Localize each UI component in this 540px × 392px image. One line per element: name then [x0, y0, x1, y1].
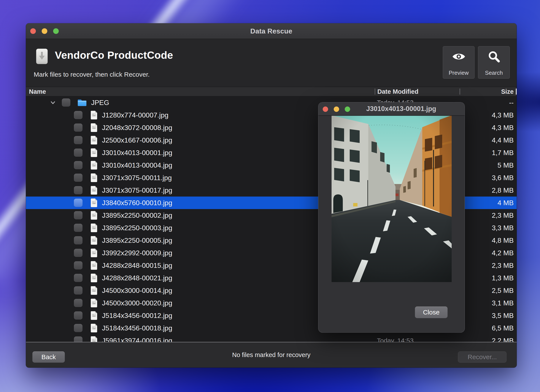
instruction-text: Mark files to recover, then click Recove…: [34, 71, 150, 78]
file-name: J4500x3000-00020.jpg: [102, 299, 172, 307]
image-file-icon: [90, 186, 98, 195]
image-file-icon: [90, 148, 98, 157]
back-button[interactable]: Back: [32, 351, 65, 363]
file-name: J3071x3075-00017.jpg: [102, 186, 172, 194]
file-checkbox[interactable]: [74, 186, 83, 194]
column-divider[interactable]: [516, 89, 517, 94]
file-checkbox[interactable]: [74, 224, 83, 232]
file-checkbox[interactable]: [74, 199, 83, 207]
page-title: VendorCo ProductCode: [55, 49, 173, 61]
file-name: J5184x3456-00018.jpg: [102, 324, 172, 332]
close-button[interactable]: Close: [415, 307, 448, 318]
file-size: 2,5 MB: [460, 287, 517, 295]
status-text: No files marked for recovery: [26, 342, 517, 367]
file-checkbox[interactable]: [74, 236, 83, 244]
file-checkbox[interactable]: [74, 174, 83, 182]
file-size: 4,4 MB: [460, 136, 517, 144]
column-header-size[interactable]: Size: [460, 88, 517, 95]
popup-title-bar[interactable]: J3010x4013-00001.jpg: [318, 102, 465, 116]
column-header-name[interactable]: Name: [26, 88, 375, 95]
file-size: 4,3 MB: [460, 111, 517, 119]
folder-icon: [77, 99, 87, 106]
file-size: 3,3 MB: [460, 224, 517, 232]
chevron-down-icon[interactable]: [50, 100, 56, 105]
folder-name: JPEG: [91, 99, 109, 107]
file-size: 6,5 MB: [460, 324, 517, 332]
image-file-icon: [90, 323, 98, 332]
footer-bar: No files marked for recovery Back Recove…: [26, 342, 517, 367]
table-row[interactable]: J5961x3974-00016.jpg Today, 14:53 2,2 MB: [26, 334, 517, 342]
file-name: J3895x2250-00003.jpg: [102, 224, 172, 232]
file-name: J4500x3000-00014.jpg: [102, 287, 172, 295]
file-checkbox[interactable]: [74, 211, 83, 219]
file-name: J4288x2848-00015.jpg: [102, 262, 172, 269]
image-file-icon: [90, 173, 98, 182]
column-header-date-modified[interactable]: Date Modified: [375, 88, 460, 95]
file-checkbox[interactable]: [74, 312, 83, 320]
header: VendorCo ProductCode Mark files to recov…: [26, 39, 517, 87]
file-size: 3,1 MB: [460, 299, 517, 307]
image-file-icon: [90, 336, 98, 342]
file-name: J3895x2250-00005.jpg: [102, 237, 172, 244]
folder-checkbox[interactable]: [62, 99, 70, 107]
file-size: 3,5 MB: [460, 312, 517, 320]
file-checkbox[interactable]: [74, 286, 83, 295]
search-icon: [488, 46, 500, 66]
file-name: J5961x3974-00016.jpg: [102, 337, 172, 342]
file-size: 2,8 MB: [460, 186, 517, 194]
file-name: J3010x4013-00001.jpg: [102, 149, 172, 157]
file-checkbox[interactable]: [74, 149, 83, 157]
file-name: J2500x1667-00006.jpg: [102, 136, 172, 144]
preview-button[interactable]: Preview: [443, 46, 475, 79]
preview-popup-window: J3010x4013-00001.jpg: [318, 102, 465, 332]
file-checkbox[interactable]: [74, 124, 83, 132]
file-size: 4,3 MB: [460, 124, 517, 132]
file-size: 2,3 MB: [460, 211, 517, 219]
file-size: 1,3 MB: [460, 274, 517, 282]
eye-icon: [452, 46, 465, 66]
file-checkbox[interactable]: [74, 337, 83, 342]
file-size: 2,3 MB: [460, 262, 517, 269]
popup-title: J3010x4013-00001.jpg: [318, 102, 465, 115]
external-drive-icon: [36, 48, 48, 64]
file-checkbox[interactable]: [74, 261, 83, 269]
file-checkbox[interactable]: [74, 324, 83, 332]
file-checkbox[interactable]: [74, 274, 83, 282]
file-name: J3071x3075-00011.jpg: [102, 174, 172, 182]
file-checkbox[interactable]: [74, 111, 83, 119]
image-file-icon: [90, 223, 98, 232]
image-file-icon: [90, 111, 98, 120]
title-bar[interactable]: Data Rescue: [26, 23, 517, 39]
column-divider[interactable]: [460, 89, 460, 94]
image-file-icon: [90, 211, 98, 220]
file-size: 4,2 MB: [460, 249, 517, 257]
file-size: 2,2 MB: [460, 337, 517, 342]
file-name: J1280x774-00007.jpg: [102, 111, 169, 119]
image-file-icon: [90, 311, 98, 320]
file-checkbox[interactable]: [74, 249, 83, 257]
image-file-icon: [90, 236, 98, 245]
recover-button[interactable]: Recover...: [458, 351, 506, 363]
file-name: J3895x2250-00002.jpg: [102, 211, 172, 219]
toolbar: Preview Search: [443, 46, 510, 79]
search-button[interactable]: Search: [478, 46, 510, 79]
image-file-icon: [90, 273, 98, 283]
image-file-icon: [90, 136, 98, 145]
file-name: J2048x3072-00008.jpg: [102, 124, 172, 132]
file-date: Today, 14:53: [375, 337, 460, 342]
column-divider[interactable]: [375, 89, 375, 94]
table-header: Name Date Modified Size: [26, 87, 517, 96]
file-size: 4,8 MB: [460, 237, 517, 244]
street-photo: [332, 115, 452, 282]
file-name: J5184x3456-00012.jpg: [102, 312, 172, 320]
file-name: J3840x5760-00010.jpg: [102, 199, 172, 207]
file-size: 3,6 MB: [460, 174, 517, 182]
file-checkbox[interactable]: [74, 136, 83, 144]
folder-size: --: [460, 99, 517, 107]
image-file-icon: [90, 123, 98, 132]
file-checkbox[interactable]: [74, 299, 83, 307]
file-size: 5 MB: [460, 161, 517, 169]
image-file-icon: [90, 298, 98, 308]
file-checkbox[interactable]: [74, 161, 83, 169]
image-file-icon: [90, 286, 98, 295]
